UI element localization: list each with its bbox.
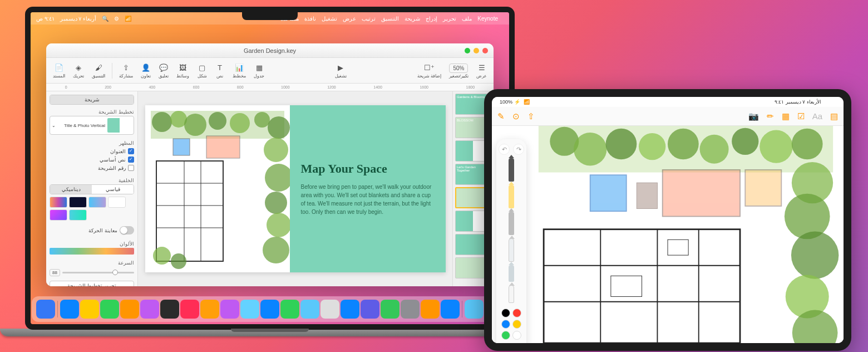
dock-app-0[interactable] [36, 300, 55, 319]
dock-app-9[interactable] [220, 300, 239, 319]
view-button[interactable]: ☰عرض [474, 62, 489, 80]
dock-app-10[interactable] [240, 300, 259, 319]
slide-canvas[interactable]: Map Your Space Before we bring pen to pa… [138, 91, 452, 286]
dock-app-1[interactable] [60, 300, 79, 319]
share-icon[interactable]: ⇧ [527, 111, 535, 121]
notes-canvas[interactable]: ↶ ↷ ⊕ ⋯ [492, 126, 844, 343]
dock-app-17[interactable] [381, 300, 400, 319]
more-icon[interactable]: ⊙ [512, 111, 520, 121]
dock-app-4[interactable] [120, 300, 139, 319]
minimize-button[interactable] [474, 48, 479, 53]
animate-button[interactable]: ◈تحريك [71, 62, 86, 80]
dock-app-6[interactable] [160, 300, 179, 319]
color-dot[interactable] [512, 331, 521, 340]
play-button[interactable]: ▶تشغيل [333, 62, 349, 80]
color-dot[interactable] [501, 309, 510, 317]
motion-toggle[interactable] [120, 226, 134, 234]
close-button[interactable] [482, 48, 488, 53]
spotlight-icon[interactable]: 🔍 [102, 16, 108, 22]
dock-app-20[interactable] [441, 300, 460, 319]
marker-tool[interactable] [509, 185, 514, 208]
menu-Keynote[interactable]: Keynote [477, 16, 498, 22]
add-slide-button[interactable]: ☐⁺إضافة شريحة [415, 62, 443, 80]
document-button[interactable]: 📄المستد [51, 62, 67, 80]
maximize-button[interactable] [465, 48, 470, 53]
text-button[interactable]: Tنص [213, 62, 227, 80]
dock-app-11[interactable] [260, 300, 279, 319]
color-dot[interactable] [512, 309, 521, 317]
dock-app-16[interactable] [361, 300, 379, 319]
checkbox-body[interactable] [128, 157, 134, 163]
slide-body[interactable]: Before we bring pen to paper, we'll walk… [301, 183, 435, 216]
color-dot[interactable] [512, 320, 521, 329]
media-button[interactable]: 🖼وسائط [174, 62, 191, 80]
table-icon[interactable]: ▦ [782, 111, 790, 121]
menu-ملف[interactable]: ملف [462, 16, 472, 22]
markup-icon[interactable]: ✏ [767, 111, 774, 121]
bg-swatch[interactable] [69, 209, 87, 221]
color-dot[interactable] [501, 320, 510, 329]
bg-swatch[interactable] [50, 197, 67, 208]
menu-ترتيب[interactable]: ترتيب [362, 16, 376, 22]
checkbox-slidenum[interactable] [128, 165, 134, 171]
table-button[interactable]: ▦جدول [251, 62, 267, 80]
redo-button[interactable]: ↷ [513, 144, 524, 155]
dock-app-2[interactable] [80, 300, 99, 319]
dock-app-5[interactable] [140, 300, 159, 319]
collab-button[interactable]: 👤تعاون [139, 62, 153, 80]
inspector-tab-slide[interactable]: شريحة [50, 95, 134, 104]
menu-إدراج[interactable]: إدراج [426, 16, 437, 22]
control-center-icon[interactable]: ⚙ [114, 16, 119, 22]
dock-app-12[interactable] [280, 300, 299, 319]
menu-عرض[interactable]: عرض [343, 16, 356, 22]
layout-selector[interactable]: ⌄ Title & Photo Vertical [50, 116, 134, 135]
share-button[interactable]: ⇧مشاركة [117, 62, 135, 80]
slide-text-area: Map Your Space Before we bring pen to pa… [290, 105, 446, 272]
speed-slider[interactable] [62, 272, 134, 273]
menu-شريحة[interactable]: شريحة [405, 16, 420, 22]
dock-app-13[interactable] [300, 300, 319, 319]
color-dot[interactable] [501, 331, 510, 340]
bg-tab-dynamic[interactable]: ديناميكي [50, 185, 92, 194]
format-button[interactable]: 🖌التنسيق [90, 62, 107, 80]
edit-layout-button[interactable]: تحرير تخطيط الشريحة [50, 281, 134, 286]
textstyle-icon[interactable]: Aa [812, 111, 822, 121]
pencil-tool[interactable] [509, 212, 514, 235]
bg-swatch[interactable] [69, 197, 87, 208]
garden-drawing-big [492, 126, 844, 343]
menu-تحرير[interactable]: تحرير [443, 16, 456, 22]
chart-icon: 📊 [234, 63, 244, 73]
menu-تشغيل[interactable]: تشغيل [322, 16, 337, 22]
dock-app-15[interactable] [341, 300, 359, 319]
compose-icon[interactable]: ✎ [497, 111, 505, 121]
dock-app-7[interactable] [180, 300, 199, 319]
ruler-tool[interactable] [509, 285, 514, 303]
undo-button[interactable]: ↶ [499, 144, 510, 155]
sidebar-icon[interactable]: ▤ [830, 111, 838, 121]
eraser-tool[interactable] [509, 238, 514, 262]
comment-button[interactable]: 💬تعليق [156, 62, 171, 80]
dock-app-8[interactable] [200, 300, 219, 319]
bg-swatch[interactable] [108, 197, 126, 208]
menu-نافذة[interactable]: نافذة [304, 16, 316, 22]
camera-icon[interactable]: 📷 [748, 111, 759, 121]
dock-app-18[interactable] [401, 300, 420, 319]
dock-app-19[interactable] [421, 300, 440, 319]
dock-app-14[interactable] [320, 300, 339, 319]
checkbox-title[interactable] [128, 148, 134, 154]
chart-button[interactable]: 📊مخطط [230, 62, 248, 80]
menu-التنسيق[interactable]: التنسيق [381, 16, 399, 22]
color-strip[interactable] [50, 248, 134, 255]
wifi-icon[interactable]: 📶 [125, 16, 131, 22]
dock-app-21[interactable] [465, 300, 484, 319]
lasso-tool[interactable] [509, 265, 514, 282]
bg-swatch[interactable] [88, 197, 106, 208]
checklist-icon[interactable]: ☑ [797, 111, 805, 121]
dock-app-3[interactable] [100, 300, 119, 319]
pen-tool[interactable] [509, 158, 514, 182]
slide-title[interactable]: Map Your Space [301, 162, 435, 176]
bg-swatch[interactable] [50, 209, 67, 221]
bg-tab-standard[interactable]: قياسي [92, 185, 134, 194]
shape-button[interactable]: ▢شكل [195, 62, 209, 80]
zoom-button[interactable]: 50%تكبير/تصغير [447, 62, 471, 80]
